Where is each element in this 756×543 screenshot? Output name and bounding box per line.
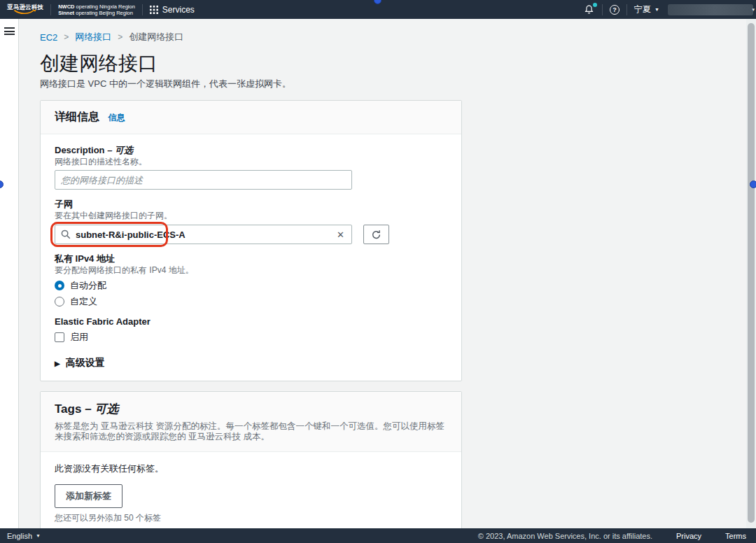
subnet-search-box[interactable]: ✕ — [55, 225, 352, 244]
details-card-header: 详细信息 信息 — [41, 101, 461, 134]
account-menu-redacted[interactable]: ▾ — [668, 4, 753, 15]
search-icon — [61, 230, 71, 239]
private-ipv4-label: 私有 IPv4 地址 — [55, 253, 447, 264]
advanced-settings-label: 高级设置 — [66, 357, 105, 369]
tags-card-header: Tags – 可选 标签是您为 亚马逊云科技 资源分配的标注。每一个标签都包含一… — [41, 392, 461, 452]
advanced-settings-expander[interactable]: ▶ 高级设置 — [55, 357, 447, 369]
caret-down-icon: ▼ — [654, 7, 659, 12]
tags-card: Tags – 可选 标签是您为 亚马逊云科技 资源分配的标注。每一个标签都包含一… — [40, 391, 462, 528]
services-label: Services — [162, 5, 195, 15]
tags-empty-text: 此资源没有关联任何标签。 — [55, 463, 447, 475]
add-tag-button[interactable]: 添加新标签 — [55, 484, 122, 508]
radio-option-auto-assign[interactable]: 自动分配 — [55, 280, 447, 291]
private-ipv4-field: 私有 IPv4 地址 要分配给网络接口的私有 IPv4 地址。 自动分配 自定义 — [55, 253, 447, 307]
region-label: 宁夏 — [634, 3, 651, 15]
page-footer: English ▼ © 2023, Amazon Web Services, I… — [0, 528, 756, 543]
subnet-field: 子网 要在其中创建网络接口的子网。 ✕ — [55, 199, 447, 244]
region-selector[interactable]: 宁夏 ▼ — [634, 3, 659, 15]
services-grid-icon — [150, 6, 158, 14]
efa-enable-option[interactable]: 启用 — [55, 332, 447, 343]
description-label: Description – 可选 — [55, 145, 447, 155]
clear-input-icon[interactable]: ✕ — [335, 230, 346, 240]
language-selector[interactable]: English ▼ — [7, 532, 41, 540]
divider — [626, 4, 627, 15]
divider — [602, 4, 603, 15]
divider — [142, 4, 143, 15]
details-card: 详细信息 信息 Description – 可选 网络接口的描述性名称。 子网 … — [40, 100, 462, 381]
page-title: 创建网络接口 — [40, 52, 746, 76]
triangle-right-icon: ▶ — [55, 360, 60, 367]
subnet-help: 要在其中创建网络接口的子网。 — [55, 211, 447, 220]
notifications-button[interactable] — [584, 4, 595, 15]
breadcrumb-link-network-interfaces[interactable]: 网络接口 — [75, 31, 111, 43]
vertical-scrollbar[interactable] — [746, 19, 756, 528]
radio-selected-icon[interactable] — [55, 281, 64, 290]
notification-badge-dot — [593, 3, 597, 7]
help-button[interactable]: ? — [610, 5, 620, 15]
help-icon: ? — [612, 6, 617, 13]
operator-regions-text: NWCD operating Ningxia Region Sinnet ope… — [58, 3, 135, 16]
description-input[interactable] — [55, 170, 352, 190]
subnet-search-input[interactable] — [76, 230, 335, 240]
subnet-label: 子网 — [55, 199, 447, 209]
divider — [50, 4, 51, 15]
caret-down-icon: ▾ — [752, 7, 755, 12]
refresh-icon — [371, 230, 382, 240]
breadcrumb-link-ec2[interactable]: EC2 — [40, 32, 57, 43]
info-link[interactable]: 信息 — [108, 113, 125, 122]
aws-china-logo[interactable]: 亚马逊云科技 — [7, 4, 43, 15]
terms-link[interactable]: Terms — [725, 532, 746, 540]
radio-custom-label: 自定义 — [70, 295, 97, 308]
radio-auto-assign-label: 自动分配 — [70, 279, 106, 292]
caret-down-icon: ▼ — [36, 533, 41, 538]
privacy-link[interactable]: Privacy — [676, 532, 701, 540]
efa-enable-label: 启用 — [70, 331, 88, 344]
tags-card-title: Tags – 可选 — [55, 402, 118, 416]
breadcrumb-current: 创建网络接口 — [129, 31, 183, 43]
main-content: EC2 > 网络接口 > 创建网络接口 创建网络接口 网络接口是 VPC 中的一… — [19, 19, 746, 528]
breadcrumb: EC2 > 网络接口 > 创建网络接口 — [40, 31, 746, 43]
tags-remaining-text: 您还可以另外添加 50 个标签 — [55, 512, 447, 524]
breadcrumb-separator: > — [64, 32, 69, 42]
radio-option-custom[interactable]: 自定义 — [55, 296, 447, 307]
logo-text: 亚马逊云科技 — [7, 4, 43, 10]
language-label: English — [7, 532, 32, 540]
efa-field: Elastic Fabric Adapter 启用 — [55, 316, 447, 343]
description-field: Description – 可选 网络接口的描述性名称。 — [55, 145, 447, 190]
description-help: 网络接口的描述性名称。 — [55, 157, 447, 167]
checkbox-unchecked-icon[interactable] — [55, 332, 64, 342]
refresh-button[interactable] — [363, 225, 389, 244]
top-navigation-bar: 亚马逊云科技 NWCD operating Ningxia Region Sin… — [0, 0, 756, 19]
copyright-text: © 2023, Amazon Web Services, Inc. or its… — [478, 532, 652, 540]
radio-unselected-icon[interactable] — [55, 297, 64, 306]
efa-label: Elastic Fabric Adapter — [55, 316, 447, 327]
page-subtitle: 网络接口是 VPC 中的一个逻辑联网组件，代表一张虚拟网卡。 — [40, 78, 746, 90]
details-card-title: 详细信息 — [55, 111, 99, 122]
side-rail — [0, 19, 19, 528]
aws-smile-icon — [13, 10, 37, 15]
scrollbar-thumb[interactable] — [748, 23, 755, 523]
services-menu-button[interactable]: Services — [150, 5, 195, 15]
tags-card-description: 标签是您为 亚马逊云科技 资源分配的标注。每一个标签都包含一个键和一个可选值。您… — [55, 421, 447, 442]
hamburger-menu-icon[interactable] — [4, 27, 15, 35]
breadcrumb-separator: > — [118, 32, 122, 42]
private-ipv4-help: 要分配给网络接口的私有 IPv4 地址。 — [55, 266, 447, 275]
